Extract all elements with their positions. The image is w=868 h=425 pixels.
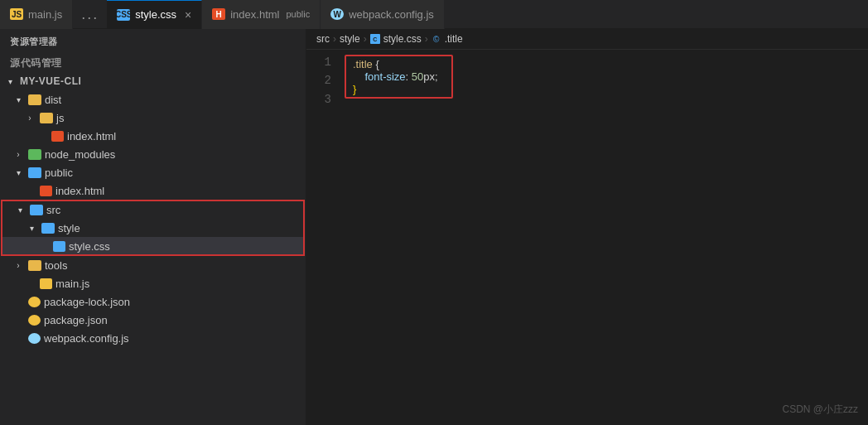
- file-package-lock-label: package-lock.json: [44, 296, 130, 308]
- html-icon: H: [212, 8, 225, 20]
- file-webpack-config-label: webpack.config.js: [44, 332, 129, 345]
- js-file-icon: [40, 278, 52, 289]
- chevron-down-icon: ▾: [12, 93, 25, 106]
- colon: :: [406, 70, 412, 83]
- folder-js[interactable]: › js: [0, 109, 306, 127]
- breadcrumb-sep1: ›: [333, 33, 336, 45]
- folder-tools[interactable]: › tools: [0, 256, 306, 274]
- css-brace-open: {: [373, 58, 379, 70]
- css-icon: CSS: [117, 9, 130, 21]
- folder-public-icon: [28, 167, 41, 178]
- folder-dist-label: dist: [45, 94, 61, 106]
- folder-src[interactable]: ▾ src: [2, 200, 304, 219]
- file-package-lock[interactable]: package-lock.json: [0, 292, 306, 311]
- tab-main-js[interactable]: JS main.js: [0, 0, 73, 29]
- breadcrumb: src › style › C style.css › © .title: [306, 29, 868, 50]
- line-num-2: 2: [306, 71, 331, 89]
- tab-label-index-html: index.html: [230, 8, 279, 21]
- webpack-file-icon: [28, 333, 41, 344]
- js-icon: JS: [10, 8, 23, 20]
- file-package-json[interactable]: package.json: [0, 311, 306, 329]
- file-public-index-html-label: index.html: [55, 185, 104, 197]
- tab-style-css[interactable]: CSS style.css ×: [107, 0, 202, 29]
- folder-js-icon: [40, 113, 53, 123]
- tab-webpack-config[interactable]: W webpack.config.js: [321, 0, 445, 29]
- css-file-icon: [53, 241, 65, 252]
- file-public-index-html[interactable]: index.html: [0, 181, 306, 200]
- code-editor[interactable]: 1 2 3 .title { font-size: 50px; }: [306, 50, 868, 425]
- breadcrumb-sep3: ›: [425, 33, 428, 45]
- file-style-css[interactable]: style.css: [2, 237, 304, 255]
- chevron-down-icon: ▾: [12, 166, 25, 179]
- file-main-js[interactable]: main.js: [0, 274, 306, 292]
- css-value-number: 50: [412, 70, 423, 83]
- folder-node-icon: [28, 149, 41, 160]
- chevron-right-icon: ›: [12, 258, 25, 272]
- code-line-2: font-size: 50px;: [353, 70, 438, 83]
- main-area: 资源管理器 源代码管理 ▾ MY-VUE-CLI ▾ dist ›: [0, 29, 868, 425]
- folder-icon: [28, 94, 41, 105]
- webpack-icon: W: [330, 8, 344, 20]
- breadcrumb-src[interactable]: src: [316, 33, 330, 45]
- folder-src-label: src: [46, 204, 60, 216]
- folder-src-icon: [30, 205, 43, 215]
- code-line-3: }: [353, 83, 438, 95]
- chevron-right-icon: ›: [23, 111, 36, 124]
- tab-bar: JS main.js ... CSS style.css × H index.h…: [0, 0, 868, 29]
- folder-js-label: js: [56, 112, 64, 124]
- tab-label-main-js: main.js: [28, 8, 62, 21]
- app-container: JS main.js ... CSS style.css × H index.h…: [0, 0, 868, 425]
- folder-node-modules-label: node_modules: [45, 148, 115, 161]
- css-property: font-size: [364, 70, 405, 83]
- folder-tools-icon: [28, 260, 41, 271]
- code-indent: [353, 70, 364, 83]
- folder-style-label: style: [58, 222, 80, 234]
- code-highlight-region: .title { font-size: 50px; }: [345, 55, 453, 99]
- tab-public-tag: public: [286, 9, 310, 19]
- project-name-label: MY-VUE-CLI: [20, 75, 81, 87]
- css-brace-close: }: [353, 83, 356, 95]
- json-file-icon2: [28, 315, 41, 326]
- file-tree: ▾ dist › js index.html ›: [0, 90, 306, 425]
- tab-overflow-dots[interactable]: ...: [73, 6, 107, 23]
- vcs-label: 源代码管理: [0, 55, 306, 72]
- folder-style-icon: [41, 223, 55, 234]
- breadcrumb-style[interactable]: style: [340, 33, 360, 45]
- css-selector: .title: [353, 58, 373, 70]
- sidebar: 资源管理器 源代码管理 ▾ MY-VUE-CLI ▾ dist ›: [0, 29, 306, 425]
- arrow-down-icon: ▾: [3, 75, 17, 88]
- code-content[interactable]: .title { font-size: 50px; }: [341, 53, 868, 422]
- tab-index-html[interactable]: H index.html public: [202, 0, 321, 29]
- json-file-icon: [28, 297, 41, 307]
- file-style-css-label: style.css: [69, 240, 110, 253]
- folder-node-modules[interactable]: › node_modules: [0, 145, 306, 163]
- breadcrumb-sep2: ›: [364, 33, 367, 45]
- breadcrumb-class-icon: ©: [432, 34, 441, 44]
- chevron-down-icon: ▾: [25, 221, 38, 234]
- folder-style[interactable]: ▾ style: [2, 219, 304, 237]
- chevron-right-icon: ›: [12, 147, 25, 161]
- line-num-1: 1: [306, 53, 331, 71]
- folder-public-label: public: [45, 167, 73, 179]
- tab-close-button[interactable]: ×: [185, 9, 191, 21]
- folder-tools-label: tools: [45, 259, 67, 272]
- folder-dist[interactable]: ▾ dist: [0, 90, 306, 109]
- semicolon: ;: [435, 70, 438, 83]
- breadcrumb-style-css[interactable]: style.css: [383, 33, 422, 45]
- breadcrumb-title-class[interactable]: .title: [445, 33, 463, 45]
- folder-public[interactable]: ▾ public: [0, 163, 306, 181]
- breadcrumb-css-icon: C: [370, 34, 380, 44]
- editor-area: src › style › C style.css › © .title 1 2…: [306, 29, 868, 425]
- code-line-1: .title {: [353, 58, 438, 70]
- css-value-unit: px: [423, 70, 435, 83]
- file-webpack-config[interactable]: webpack.config.js: [0, 329, 306, 347]
- html-file-icon: [40, 186, 52, 196]
- chevron-down-icon: ▾: [13, 203, 27, 216]
- file-main-js-label: main.js: [55, 278, 89, 290]
- tab-label-webpack: webpack.config.js: [349, 8, 434, 21]
- sidebar-title: 资源管理器: [0, 29, 306, 55]
- project-root[interactable]: ▾ MY-VUE-CLI: [0, 72, 306, 90]
- html-file-icon: [51, 131, 64, 142]
- file-dist-index-html[interactable]: index.html: [0, 127, 306, 145]
- line-num-3: 3: [306, 90, 331, 109]
